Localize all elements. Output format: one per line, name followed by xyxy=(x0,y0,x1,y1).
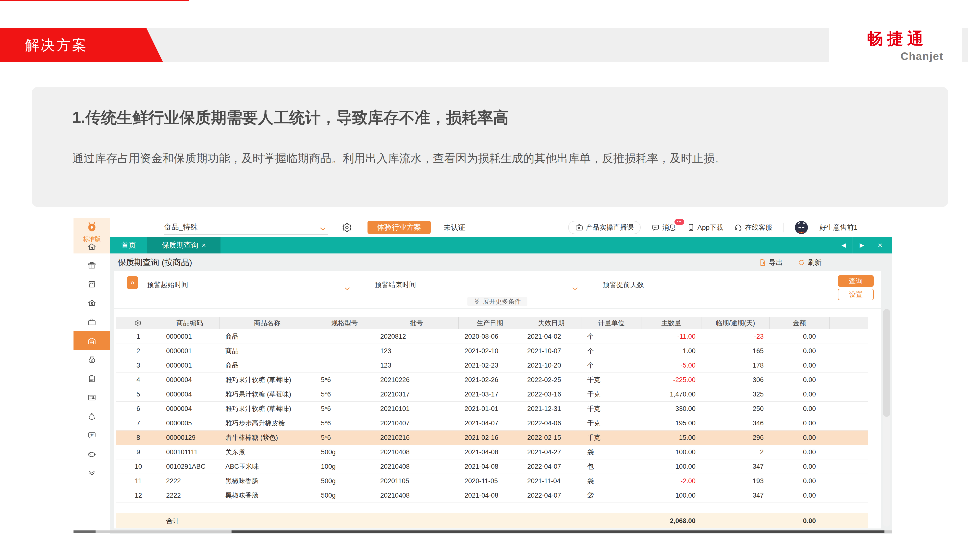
horizontal-scrollbar-thumb-left[interactable] xyxy=(73,530,95,533)
table-row[interactable]: 30000001商品1232021-02-232021-10-20个-5.001… xyxy=(116,358,868,373)
total-cell xyxy=(374,514,459,528)
column-header: 批号 xyxy=(374,317,459,329)
messages-button[interactable]: 消息 ••• xyxy=(651,223,676,232)
table-row[interactable]: 60000004雅巧果汁软糖 (草莓味)5*6202101012021-01-0… xyxy=(116,402,868,416)
cell-code: 0010291ABC xyxy=(160,459,220,473)
vertical-scrollbar-thumb[interactable] xyxy=(883,309,890,417)
warn-days-field[interactable]: 预警提前天数 xyxy=(603,276,808,294)
total-cell xyxy=(220,514,315,528)
cell-blank xyxy=(830,474,868,488)
table-row[interactable]: 70000005雅巧步步高升橡皮糖5*6202104072021-04-0720… xyxy=(116,416,868,430)
cell-amount: 0.00 xyxy=(770,387,830,402)
sidebar-item-warehouse-icon[interactable] xyxy=(73,331,110,350)
tab-shelf-life-query[interactable]: 保质期查询× xyxy=(147,237,221,254)
cell-spec xyxy=(315,329,374,344)
cell-days: -23 xyxy=(702,329,770,344)
table-row[interactable]: 50000004雅巧果汁软糖 (草莓味)5*6202103172021-03-1… xyxy=(116,387,868,402)
messages-badge: ••• xyxy=(675,219,684,225)
sidebar-item-piggy-icon[interactable] xyxy=(73,445,110,463)
tab-close-icon[interactable]: × xyxy=(202,241,206,249)
app-download-button[interactable]: App下载 xyxy=(687,223,724,232)
horizontal-scrollbar-track[interactable] xyxy=(95,530,232,533)
live-course-button[interactable]: 产品实操直播课 xyxy=(568,221,641,234)
cell-unit: 个 xyxy=(581,358,641,373)
online-service-button[interactable]: 在线客服 xyxy=(734,223,772,232)
company-select[interactable]: 食品_特殊 xyxy=(164,220,328,235)
table-row[interactable]: 40000004雅巧果汁软糖 (草莓味)5*6202102262021-02-2… xyxy=(116,373,868,387)
table-row[interactable]: 122222黑椒味香肠500g202104082021-04-082022-04… xyxy=(116,488,868,503)
cell-code: 0000004 xyxy=(160,387,220,402)
sidebar-item-share-network-icon[interactable] xyxy=(73,407,110,426)
cell-qty: 195.00 xyxy=(641,416,702,430)
tab-back-button[interactable]: ◀ xyxy=(835,237,853,254)
sidebar-item-home-icon[interactable] xyxy=(73,237,110,256)
cell-days: 193 xyxy=(702,474,770,488)
cell-code: 000101111 xyxy=(160,445,220,459)
settings-button[interactable]: 设置 xyxy=(838,289,874,300)
column-header: 生产日期 xyxy=(459,317,521,329)
warn-start-date-field[interactable]: 预警起始时间 xyxy=(147,276,353,294)
cell-batch: 20210101 xyxy=(374,402,459,416)
table-row[interactable]: 800000129犇牛棒棒糖 (紫色)5*6202102162021-02-16… xyxy=(116,430,868,445)
cell-batch: 20210317 xyxy=(374,387,459,402)
total-cell xyxy=(830,514,868,528)
cell-prod-date: 2020-08-06 xyxy=(459,329,521,344)
cell-name: 雅巧果汁软糖 (草莓味) xyxy=(220,387,315,402)
horizontal-scrollbar-track-right[interactable] xyxy=(885,530,892,533)
tab-home[interactable]: 首页 xyxy=(110,237,147,254)
export-button[interactable]: 导出 xyxy=(759,258,783,267)
cell-amount: 0.00 xyxy=(770,459,830,473)
info-box: 1.传统生鲜行业保质期需要人工统计，导致库存不准，损耗率高 通过库存占用资金和保… xyxy=(32,87,948,207)
ribbon-label: 解决方案 xyxy=(25,37,88,53)
sidebar-item-gift-icon[interactable] xyxy=(73,256,110,275)
table-row[interactable]: 112222黑椒味香肠500g202011052020-11-052021-11… xyxy=(116,474,868,488)
trial-solution-button[interactable]: 体验行业方案 xyxy=(368,221,431,234)
cell-unit: 个 xyxy=(581,344,641,358)
tab-forward-button[interactable]: ▶ xyxy=(853,237,871,254)
cell-prod-date: 2021-03-17 xyxy=(459,387,521,402)
cell-exp-date: 2021-04-27 xyxy=(521,445,581,459)
gear-icon[interactable] xyxy=(342,222,353,233)
warn-end-date-field[interactable]: 预警结束时间 xyxy=(375,276,581,294)
cell-qty: 330.00 xyxy=(641,402,702,416)
avatar[interactable] xyxy=(794,221,808,235)
horizontal-scrollbar-thumb[interactable] xyxy=(232,530,885,533)
table-row[interactable]: 20000001商品1232021-02-102021-10-07个1.0016… xyxy=(116,344,868,358)
total-cell xyxy=(581,514,641,528)
sidebar-item-money-bag-icon[interactable] xyxy=(73,350,110,369)
collapse-filter-button[interactable]: » xyxy=(127,276,138,289)
table-row[interactable]: 10000001商品20208122020-08-062021-04-02个-1… xyxy=(116,329,868,344)
username[interactable]: 好生意售前1 xyxy=(819,223,858,232)
table-row[interactable]: 100010291ABCABC玉米味100g202104082021-04-08… xyxy=(116,459,868,474)
cell-days: 347 xyxy=(702,459,770,473)
sidebar-item-briefcase-icon[interactable] xyxy=(73,313,110,331)
sidebar-item-shop-icon[interactable] xyxy=(73,275,110,294)
cell-spec: 500g xyxy=(315,488,374,502)
query-button[interactable]: 查询 xyxy=(838,275,874,287)
cell-batch: 20201105 xyxy=(374,474,459,488)
tab-close-all-button[interactable]: × xyxy=(871,237,889,254)
cell-seq: 3 xyxy=(116,358,160,373)
total-cell xyxy=(116,514,160,528)
cert-status[interactable]: 未认证 xyxy=(444,218,466,237)
cell-days: 250 xyxy=(702,402,770,416)
sidebar-item-id-card-icon[interactable] xyxy=(73,388,110,407)
sidebar-item-purchase-icon[interactable] xyxy=(73,294,110,313)
phone-icon xyxy=(687,223,695,232)
cell-qty: 1.00 xyxy=(641,344,702,358)
column-header: 商品名称 xyxy=(220,317,315,329)
sidebar-item-clipboard-icon[interactable] xyxy=(73,369,110,388)
cell-unit: 千克 xyxy=(581,430,641,445)
cell-exp-date: 2022-04-06 xyxy=(521,416,581,430)
refresh-button[interactable]: 刷新 xyxy=(797,258,821,267)
total-label: 合计 xyxy=(160,514,220,528)
page-content: 保质期查询 (按商品) 导出 刷新 » 预警起始时间 xyxy=(110,254,892,534)
column-settings-gear-icon[interactable] xyxy=(116,317,160,329)
sidebar-item-collapse-icon[interactable] xyxy=(73,463,110,482)
expand-more-conditions[interactable]: ≫展开更多条件 xyxy=(467,297,527,306)
sidebar-item-new-badge-icon[interactable]: 新 xyxy=(73,426,110,445)
cell-days: 178 xyxy=(702,358,770,373)
cell-spec: 5*6 xyxy=(315,430,374,445)
vertical-scrollbar[interactable] xyxy=(883,309,890,527)
table-row[interactable]: 9000101111关东煮500g202104082021-04-082021-… xyxy=(116,445,868,459)
